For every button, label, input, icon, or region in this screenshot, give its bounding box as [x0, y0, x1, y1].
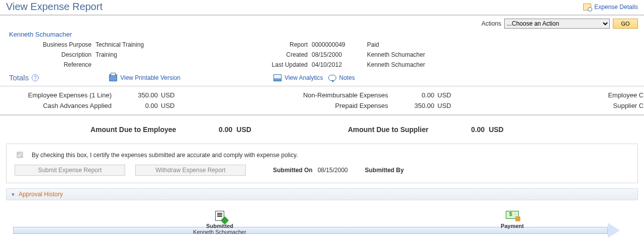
created-label: Created [216, 51, 312, 58]
prepaid-currency: USD [437, 102, 463, 109]
analytics-icon [273, 74, 282, 81]
approval-history-title: Approval History [19, 191, 63, 198]
nonreimbursable-currency: USD [437, 91, 463, 99]
view-printable-link[interactable]: View Printable Version [109, 74, 180, 81]
submitted-on-label: Submitted On [273, 167, 313, 174]
workflow-node-payment: Payment [490, 211, 535, 229]
page-title: View Expense Report [6, 1, 103, 13]
due-supplier-currency: USD [489, 125, 504, 134]
expense-details-link[interactable]: Expense Details [583, 4, 638, 11]
document-check-icon [215, 211, 224, 221]
actions-select[interactable]: ...Choose an Action [504, 19, 610, 29]
employee-expenses-amount: 350.00 [116, 91, 161, 99]
report-label: Report [216, 41, 312, 48]
certify-text: By checking this box, I certify the expe… [32, 152, 298, 159]
totals-title: Totals [9, 73, 29, 82]
workflow-node-submitted: Submitted Kenneth Schumacher [187, 211, 252, 235]
nonreimbursable-amount: 0.00 [392, 91, 437, 99]
notes-icon [328, 75, 336, 81]
cash-advances-currency: USD [161, 102, 186, 109]
reference-value [96, 61, 216, 68]
reference-label: Reference [0, 61, 96, 68]
certify-box: By checking this box, I certify the expe… [6, 144, 638, 183]
printer-icon [109, 74, 117, 81]
report-value: 0000000049 [312, 41, 367, 48]
help-icon[interactable]: ? [32, 74, 39, 81]
payment-icon [506, 211, 519, 219]
last-updated-label: Last Updated [216, 61, 312, 68]
business-purpose-label: Business Purpose [0, 41, 96, 48]
created-value: 08/15/2000 [312, 51, 367, 58]
expense-details-icon [583, 4, 591, 11]
due-supplier-label: Amount Due to Supplier [348, 125, 428, 134]
view-analytics-link[interactable]: View Analytics [273, 74, 323, 81]
description-value: Training [96, 51, 216, 58]
notes-label: Notes [339, 74, 355, 81]
go-button[interactable]: GO [613, 19, 638, 29]
employee-credits-label: Employee Credits [553, 91, 644, 99]
arrow-head-icon [608, 223, 620, 238]
last-updated-value: 04/10/2012 [312, 61, 367, 68]
due-employee-currency: USD [236, 125, 251, 134]
workflow-diagram: Submitted Kenneth Schumacher Payment [6, 218, 638, 252]
collapse-icon: ▼ [11, 192, 16, 197]
withdraw-expense-button: Withdraw Expense Report [135, 165, 246, 176]
description-label: Description [0, 51, 96, 58]
notes-link[interactable]: Notes [328, 74, 355, 81]
employee-expenses-currency: USD [161, 91, 186, 99]
supplier-credits-label: Supplier Credits [553, 102, 644, 109]
nonreimbursable-label: Non-Reimbursable Expenses [277, 91, 392, 99]
employee-name-link[interactable]: Kenneth Schumacher [0, 31, 644, 41]
due-supplier-amount: 0.00 [428, 125, 489, 134]
expense-details-label: Expense Details [594, 4, 638, 11]
submitted-on-value: 08/15/2000 [318, 167, 348, 174]
submitted-by-label: Submitted By [365, 167, 404, 174]
view-printable-label: View Printable Version [120, 74, 180, 81]
employee-expenses-label: Employee Expenses (1 Line) [0, 91, 116, 99]
certify-checkbox [17, 152, 23, 158]
prepaid-amount: 350.00 [392, 102, 437, 109]
view-analytics-label: View Analytics [285, 74, 323, 81]
prepaid-label: Prepaid Expenses [277, 102, 392, 109]
created-by: Kenneth Schumacher [367, 51, 457, 58]
workflow-submitted-sub: Kenneth Schumacher [187, 229, 252, 235]
submit-expense-button: Submit Expense Report [15, 165, 125, 176]
report-status: Paid [367, 41, 457, 48]
due-employee-label: Amount Due to Employee [90, 125, 176, 134]
cash-advances-amount: 0.00 [116, 102, 161, 109]
approval-history-header[interactable]: ▼ Approval History [6, 188, 638, 200]
workflow-payment-caption: Payment [490, 223, 535, 229]
last-updated-by: Kenneth Schumacher [367, 61, 457, 68]
cash-advances-label: Cash Advances Applied [0, 102, 116, 109]
due-employee-amount: 0.00 [176, 125, 236, 134]
actions-label: Actions [482, 20, 501, 27]
workflow-submitted-caption: Submitted [187, 223, 252, 229]
business-purpose-value: Technical Training [96, 41, 216, 48]
